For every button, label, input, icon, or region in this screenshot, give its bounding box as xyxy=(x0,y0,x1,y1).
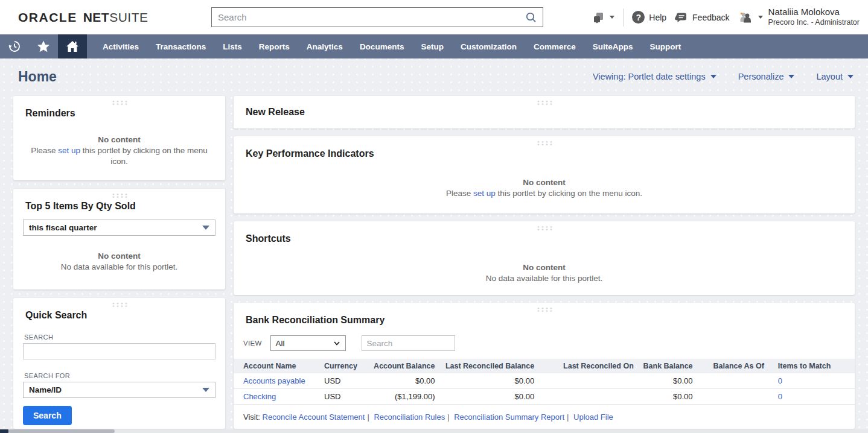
set-up-link[interactable]: set up xyxy=(473,189,496,198)
portlet-title: Key Performance Indicators xyxy=(234,136,855,159)
chevron-down-icon xyxy=(710,75,716,78)
nav-item-reports[interactable]: Reports xyxy=(251,34,298,58)
nav-item-support[interactable]: Support xyxy=(641,34,689,58)
date-range-dropdown[interactable]: this fiscal quarter xyxy=(23,220,215,236)
portlet-empty-state: No content No data available for this po… xyxy=(13,251,225,273)
bank-rec-search-input[interactable] xyxy=(362,335,455,351)
search-icon[interactable] xyxy=(525,11,537,24)
select-value: All xyxy=(271,339,333,348)
nav-item-customization[interactable]: Customization xyxy=(452,34,525,58)
feedback-button[interactable]: Feedback xyxy=(675,11,729,24)
top5-items-portlet: Top 5 Items By Qty Sold this fiscal quar… xyxy=(13,189,225,289)
personalize-dropdown[interactable]: Personalize xyxy=(738,72,795,81)
create-new-menu[interactable] xyxy=(592,11,614,24)
search-for-dropdown[interactable]: Name/ID xyxy=(23,382,215,398)
table-cell: USD xyxy=(321,392,364,401)
drag-handle-icon[interactable] xyxy=(536,226,552,231)
message-text: this portlet by clicking on the menu ico… xyxy=(80,146,208,166)
table-row: Checking USD ($1,199.00) $0.00 $0.00 0 xyxy=(234,389,855,405)
chevron-down-icon xyxy=(202,388,209,392)
portlet-empty-state: No content Please set up this portlet by… xyxy=(234,177,855,199)
nav-item-activities[interactable]: Activities xyxy=(94,34,147,58)
drag-handle-icon[interactable] xyxy=(111,302,127,308)
user-menu[interactable]: Nataliia Molokova Precoro Inc. - Adminis… xyxy=(738,7,860,27)
home-icon xyxy=(65,39,80,54)
drag-handle-icon[interactable] xyxy=(536,100,552,106)
portlet-title: Reminders xyxy=(13,96,225,119)
bank-rec-table: Account Name Currency Account Balance La… xyxy=(234,359,855,405)
nav-item-suiteapps[interactable]: SuiteApps xyxy=(584,34,642,58)
nav-item-documents[interactable]: Documents xyxy=(351,34,413,58)
nav-item-analytics[interactable]: Analytics xyxy=(298,34,351,58)
view-select[interactable]: All xyxy=(270,335,346,351)
nav-item-setup[interactable]: Setup xyxy=(412,34,452,58)
dashboard-left-column: Reminders No content Please set up this … xyxy=(13,96,225,433)
nav-item-lists[interactable]: Lists xyxy=(214,34,251,58)
portlet-title: Shortcuts xyxy=(234,221,855,244)
visit-label: Visit: xyxy=(243,412,260,422)
shortcuts-star-button[interactable] xyxy=(29,34,58,58)
link-separator: | xyxy=(365,412,371,422)
top-header: ORACLENETSUITE ? Help xyxy=(0,0,868,34)
table-cell: $0.00 xyxy=(439,376,538,385)
items-to-match-link[interactable]: 0 xyxy=(768,376,855,385)
horizontal-scrollbar[interactable] xyxy=(0,429,868,433)
dashboard: Reminders No content Please set up this … xyxy=(0,95,868,433)
portlet-empty-state: No content Please set up this portlet by… xyxy=(13,134,225,168)
search-button[interactable]: Search xyxy=(23,406,72,425)
drag-handle-icon[interactable] xyxy=(536,307,552,312)
table-row: Accounts payable USD $0.00 $0.00 $0.00 0 xyxy=(234,373,855,389)
nav-item-commerce[interactable]: Commerce xyxy=(525,34,584,58)
dashboard-right-column: New Release Key Performance Indicators N… xyxy=(234,96,855,433)
help-icon: ? xyxy=(632,11,645,24)
portlet-empty-state: No content No data available for this po… xyxy=(234,262,855,284)
column-header: Last Reconciled Balance xyxy=(439,362,538,370)
reconcile-account-statement-link[interactable]: Reconcile Account Statement xyxy=(263,412,365,422)
feedback-label: Feedback xyxy=(692,13,729,22)
table-cell: $0.00 xyxy=(364,376,438,385)
table-cell: USD xyxy=(321,376,364,385)
help-button[interactable]: ? Help xyxy=(632,11,666,24)
drag-handle-icon[interactable] xyxy=(536,141,552,146)
message-text: Please xyxy=(446,189,473,198)
message-text: No data available for this portlet. xyxy=(27,262,212,273)
chevron-down-icon xyxy=(758,16,763,19)
chevron-down-icon xyxy=(202,226,209,230)
reminders-portlet: Reminders No content Please set up this … xyxy=(13,96,225,180)
set-up-link[interactable]: set up xyxy=(58,146,80,155)
star-icon xyxy=(36,39,51,54)
nav-item-transactions[interactable]: Transactions xyxy=(147,34,214,58)
setup-message: Please set up this portlet by clicking o… xyxy=(247,188,841,199)
table-cell: ($1,199.00) xyxy=(364,392,438,401)
global-search-input[interactable] xyxy=(212,12,525,22)
account-name-link[interactable]: Accounts payable xyxy=(234,376,321,385)
message-text: Please xyxy=(31,146,58,155)
scrollbar-thumb[interactable] xyxy=(8,429,115,433)
bank-reconciliation-portlet: Bank Reconciliation Summary VIEW All Acc… xyxy=(234,303,855,429)
new-release-portlet: New Release xyxy=(234,96,855,128)
reconciliation-rules-link[interactable]: Reconciliation Rules xyxy=(374,412,445,422)
portlet-title: New Release xyxy=(234,107,305,118)
quick-search-portlet: Quick Search SEARCH SEARCH FOR Name/ID S… xyxy=(13,298,225,429)
reconciliation-summary-report-link[interactable]: Reconciliation Summary Report xyxy=(454,412,564,422)
column-header: Bank Balance xyxy=(637,362,697,370)
upload-file-link[interactable]: Upload File xyxy=(573,412,613,422)
drag-handle-icon[interactable] xyxy=(111,100,127,106)
account-name-link[interactable]: Checking xyxy=(234,392,321,401)
quick-search-input[interactable] xyxy=(23,343,215,359)
layout-dropdown[interactable]: Layout xyxy=(816,72,854,81)
setup-message: Please set up this portlet by clicking o… xyxy=(27,145,212,167)
drag-handle-icon[interactable] xyxy=(111,193,127,198)
viewing-date-settings-dropdown[interactable]: Viewing: Portlet date settings xyxy=(593,72,716,81)
chevron-down-icon xyxy=(610,16,614,19)
table-cell: $0.00 xyxy=(637,392,697,401)
netsuite-logo: ORACLENETSUITE xyxy=(18,10,148,25)
nav-menu: Activities Transactions Lists Reports An… xyxy=(94,34,689,58)
home-button[interactable] xyxy=(58,34,87,58)
layout-label: Layout xyxy=(816,72,843,81)
chevron-down-icon xyxy=(847,75,854,78)
items-to-match-link[interactable]: 0 xyxy=(768,392,855,401)
recent-records-button[interactable] xyxy=(0,34,29,58)
message-text: No data available for this portlet. xyxy=(247,273,841,284)
search-for-label: SEARCH FOR xyxy=(24,372,215,379)
